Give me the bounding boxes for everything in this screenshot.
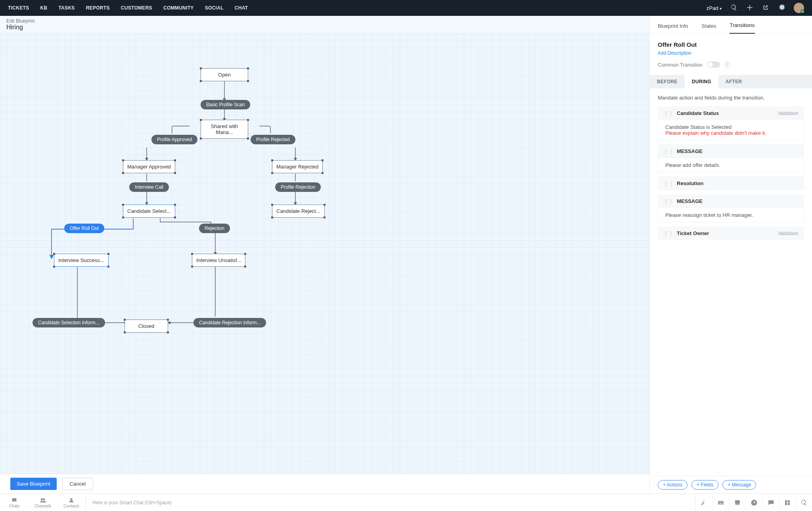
- side-tabs: Blueprint Info States Transitions: [650, 16, 812, 34]
- add-description-link[interactable]: Add Description: [658, 50, 691, 56]
- tab-transitions[interactable]: Transitions: [730, 17, 755, 34]
- channels-icon: [40, 497, 46, 503]
- clock-icon[interactable]: [745, 494, 762, 511]
- mandate-item[interactable]: ⋮⋮MESSAGE Please add offer details.: [658, 144, 804, 172]
- trans-profile-rejected[interactable]: Profile Rejected: [251, 135, 295, 144]
- nav-tickets[interactable]: TICKETS: [8, 5, 29, 11]
- chat-tab-channels[interactable]: Channels: [29, 496, 57, 510]
- mandate-item[interactable]: ⋮⋮Candidate StatusValidation Candidate S…: [658, 106, 804, 140]
- state-candidate-reject[interactable]: Candidate Reject...: [272, 205, 325, 218]
- magnify-icon[interactable]: [795, 494, 812, 511]
- state-closed[interactable]: Closed: [124, 320, 168, 333]
- phase-hint: Mandate action and fields during the tra…: [658, 95, 804, 101]
- trans-rejection[interactable]: Rejection: [199, 224, 230, 233]
- top-right: zPad ▾: [707, 3, 804, 13]
- nav-tasks[interactable]: TASKS: [58, 5, 75, 11]
- mandate-line: Candidate Status is Selected: [665, 124, 797, 130]
- mandate-body: Candidate Status is Selected Please expl…: [658, 120, 804, 140]
- state-mgr-rejected[interactable]: Manager Rejected: [272, 160, 323, 173]
- chat-tab-contacts[interactable]: Contacts: [57, 496, 86, 510]
- common-transition-row: Common Transition i: [658, 61, 804, 68]
- tab-blueprint-info[interactable]: Blueprint Info: [658, 18, 688, 34]
- contact-icon: [68, 497, 75, 503]
- state-label: Interview Unsatisf...: [196, 257, 241, 263]
- nav-customers[interactable]: CUSTOMERS: [121, 5, 152, 11]
- chat-tab-label: Channels: [34, 504, 51, 508]
- drag-icon[interactable]: ⋮⋮: [663, 198, 674, 204]
- drag-icon[interactable]: ⋮⋮: [663, 180, 674, 186]
- state-open[interactable]: Open: [201, 68, 248, 81]
- state-interview-success[interactable]: Interview Success...: [54, 254, 109, 267]
- tab-states[interactable]: States: [702, 18, 716, 34]
- speech-icon[interactable]: [762, 494, 779, 511]
- add-message-button[interactable]: + Message: [722, 480, 756, 490]
- mandate-body: Please add offer details.: [658, 158, 804, 172]
- cancel-button[interactable]: Cancel: [62, 478, 93, 490]
- drag-icon[interactable]: ⋮⋮: [663, 148, 674, 154]
- info-icon[interactable]: i: [725, 62, 730, 67]
- common-transition-toggle[interactable]: [707, 61, 720, 68]
- chat-icon-tray: [695, 494, 812, 511]
- trans-profile-rejection[interactable]: Profile Rejection: [275, 182, 321, 192]
- svg-marker-0: [50, 255, 53, 258]
- inbox-icon[interactable]: [729, 494, 745, 511]
- smart-chat-input[interactable]: Here is your Smart Chat (Ctrl+Space): [86, 500, 695, 505]
- trans-profile-approved[interactable]: Profile Approved: [151, 135, 197, 144]
- trans-cand-sel-inform[interactable]: Candidate Selection Inform...: [33, 318, 105, 327]
- mandate-item[interactable]: ⋮⋮MESSAGE Please reassign ticket to HR m…: [658, 194, 804, 222]
- mandate-title: MESSAGE: [677, 198, 703, 204]
- chat-tab-chats[interactable]: Chats: [0, 496, 29, 510]
- nav-reports[interactable]: REPORTS: [86, 5, 110, 11]
- state-candidate-select[interactable]: Candidate Select...: [123, 205, 175, 218]
- nav-community[interactable]: COMMUNITY: [163, 5, 194, 11]
- canvas-footer: Save Blueprint Cancel: [0, 474, 649, 494]
- canvas-column: Edit Blueprint Hiring: [0, 16, 649, 494]
- transition-title: Offer Roll Out: [658, 41, 804, 48]
- side-footer: + Actions + Fields + Message: [650, 476, 812, 494]
- search-icon[interactable]: [730, 4, 737, 12]
- seg-during[interactable]: DURING: [685, 75, 718, 88]
- avatar[interactable]: [794, 3, 804, 13]
- zpad-menu[interactable]: zPad ▾: [707, 5, 722, 11]
- add-fields-button[interactable]: + Fields: [691, 480, 718, 490]
- mandate-title: Ticket Owner: [677, 230, 709, 236]
- trans-offer-rollout[interactable]: Offer Roll Out: [64, 224, 104, 233]
- save-blueprint-button[interactable]: Save Blueprint: [10, 478, 57, 490]
- mandate-item[interactable]: ⋮⋮Ticket OwnerValidation: [658, 226, 804, 240]
- nav-chat[interactable]: CHAT: [235, 5, 248, 11]
- nav-kb[interactable]: KB: [40, 5, 47, 11]
- state-mgr-approved[interactable]: Manager Approved: [123, 160, 175, 173]
- state-interview-unsat[interactable]: Interview Unsatisf...: [192, 254, 245, 267]
- nav-social[interactable]: SOCIAL: [205, 5, 224, 11]
- collapse-icon[interactable]: [779, 494, 795, 511]
- trans-cand-rej-inform[interactable]: Candidate Rejection Inform...: [193, 318, 266, 327]
- canvas-header: Edit Blueprint Hiring: [0, 16, 649, 33]
- gear-icon[interactable]: [778, 4, 785, 12]
- popout-icon[interactable]: [762, 4, 769, 12]
- mandate-title: Candidate Status: [677, 110, 719, 116]
- seg-after[interactable]: AFTER: [718, 75, 749, 88]
- drag-icon[interactable]: ⋮⋮: [663, 110, 674, 116]
- state-shared[interactable]: Shared with Mana...: [201, 120, 248, 139]
- state-label: Open: [218, 72, 231, 78]
- side-body: Offer Roll Out Add Description Common Tr…: [650, 34, 812, 476]
- chat-tab-label: Contacts: [63, 504, 79, 508]
- seg-before[interactable]: BEFORE: [650, 75, 685, 88]
- mandate-item[interactable]: ⋮⋮Resolution: [658, 176, 804, 190]
- zia-icon[interactable]: [695, 494, 712, 511]
- blueprint-title: Hiring: [6, 24, 643, 31]
- add-actions-button[interactable]: + Actions: [658, 480, 688, 490]
- trans-interview-call[interactable]: Interview Call: [129, 182, 169, 192]
- blueprint-canvas[interactable]: Open Shared with Mana... Manager Approve…: [0, 33, 649, 474]
- trans-basic-scan[interactable]: Basic Profile Scan: [201, 100, 250, 109]
- state-label: Closed: [138, 323, 154, 329]
- side-panel: Blueprint Info States Transitions Offer …: [649, 16, 812, 494]
- state-label: Manager Rejected: [276, 164, 318, 170]
- chevron-down-icon: ▾: [720, 6, 722, 11]
- plus-icon[interactable]: [746, 4, 753, 12]
- common-transition-label: Common Transition: [658, 62, 703, 68]
- keyboard-icon[interactable]: [712, 494, 729, 511]
- drag-icon[interactable]: ⋮⋮: [663, 230, 674, 236]
- seg-filler: [749, 75, 812, 88]
- mandate-body: Please reassign ticket to HR manager.: [658, 208, 804, 222]
